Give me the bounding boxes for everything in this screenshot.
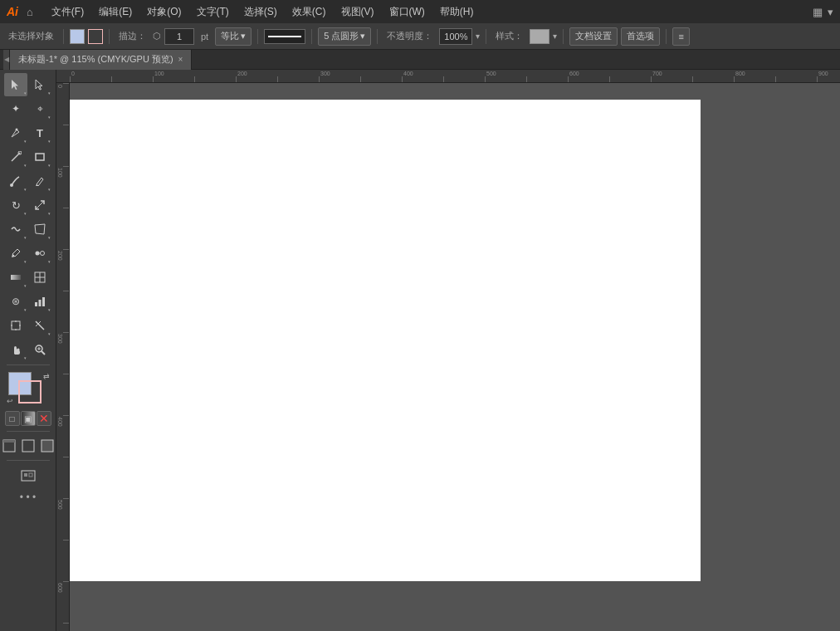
svg-line-7 (36, 201, 44, 209)
tool-row-select: ▾ ▾ (4, 73, 51, 96)
style-arrow[interactable]: ▾ (553, 32, 557, 41)
opacity-arrow[interactable]: ▾ (476, 32, 480, 41)
home-icon[interactable]: ⌂ (27, 6, 33, 18)
warp-tool[interactable]: ▾ (4, 218, 27, 241)
artboard (70, 100, 701, 581)
main-layout: ▾ ▾ ✦ ⌖ ▾ ▾ T (0, 70, 840, 631)
doc-settings-btn[interactable]: 文档设置 (569, 27, 618, 46)
magic-wand-tool[interactable]: ✦ (4, 97, 27, 120)
tool-separator-3 (7, 460, 50, 461)
svg-rect-35 (24, 473, 27, 477)
title-bar: Ai ⌂ 文件(F) 编辑(E) 对象(O) 文字(T) 选择(S) 效果(C)… (0, 0, 840, 23)
zoom-tool[interactable] (28, 338, 51, 361)
tool-row-line: ▾ ▾ (4, 145, 51, 169)
blend-tool[interactable]: ▾ (28, 242, 51, 265)
pen-tool[interactable]: ▾ (4, 121, 27, 144)
tab-collapse-btn[interactable]: ◀ (3, 50, 10, 70)
opacity-input[interactable] (439, 28, 472, 45)
symbol-tool[interactable]: ⊛ ▾ (4, 290, 27, 313)
tool-row-eyedropper: ▾ ▾ (4, 242, 51, 265)
menu-select[interactable]: 选择(S) (237, 3, 284, 21)
style-swatch[interactable] (530, 29, 549, 44)
select-tool[interactable]: ▾ (4, 73, 27, 96)
normal-screen-btn[interactable] (0, 437, 18, 455)
stroke-line-preview (264, 29, 305, 44)
slice-tool[interactable]: ▾ (28, 314, 51, 337)
preferences-btn[interactable]: 首选项 (621, 27, 660, 46)
stroke-dropdown-btn[interactable]: 等比▾ (215, 27, 252, 46)
reset-colors-icon[interactable]: ↩ (7, 397, 13, 405)
svg-rect-12 (11, 275, 21, 280)
tab-close-btn[interactable]: × (178, 55, 183, 64)
screen-mode-btns (0, 437, 56, 455)
tool-row-pen: ▾ T ▾ (4, 121, 51, 144)
menu-effect[interactable]: 效果(C) (286, 3, 333, 21)
gradient-tool[interactable]: ▾ (4, 266, 27, 289)
extra-options-btn[interactable]: ≡ (672, 27, 689, 46)
color-mode-btn[interactable]: □ (5, 411, 20, 426)
svg-rect-33 (42, 440, 53, 452)
point-shape-btn[interactable]: 5 点圆形▾ (318, 27, 371, 46)
stroke-color-box[interactable] (18, 380, 42, 404)
opacity-label: 不透明度： (383, 30, 436, 42)
svg-rect-34 (22, 471, 35, 481)
stroke-color-swatch[interactable] (88, 29, 103, 44)
svg-rect-5 (36, 154, 44, 160)
menu-help[interactable]: 帮助(H) (433, 3, 481, 21)
menu-text[interactable]: 文字(T) (190, 3, 236, 21)
dropdown-icon[interactable]: ▾ (828, 6, 833, 18)
title-bar-right: ▦ ▾ (813, 6, 833, 18)
ruler-top: // Will render via inline approach 01002… (56, 70, 840, 83)
ai-logo: Ai (7, 5, 18, 18)
artboard-panel-icon[interactable] (17, 464, 40, 487)
stroke-unit-label: pt (198, 32, 212, 42)
fill-color-swatch[interactable] (70, 29, 85, 44)
paintbrush-tool[interactable]: ▾ (4, 169, 27, 193)
eyedropper-tool[interactable]: ▾ (4, 242, 27, 265)
type-tool[interactable]: T ▾ (28, 121, 51, 144)
canvas-content[interactable] (70, 83, 840, 631)
stroke-value-input[interactable] (164, 28, 194, 45)
more-tools-icon[interactable]: • • • (20, 492, 36, 503)
svg-marker-8 (35, 224, 45, 234)
toolbar-sep-5 (377, 29, 378, 44)
scale-tool[interactable]: ▾ (28, 193, 51, 217)
svg-rect-32 (22, 440, 34, 452)
svg-marker-0 (12, 80, 18, 90)
direct-select-tool[interactable]: ▾ (28, 73, 51, 96)
graph-tool[interactable]: ▾ (28, 290, 51, 313)
lasso-tool[interactable]: ⌖ ▾ (28, 97, 51, 120)
tool-row-artboard: ▾ (4, 314, 51, 337)
free-distort-tool[interactable]: ▾ (28, 218, 51, 241)
svg-rect-36 (29, 473, 32, 477)
swap-colors-icon[interactable]: ⇄ (43, 372, 50, 380)
hand-tool[interactable]: ▾ (4, 338, 27, 361)
tool-row-gradient: ▾ (4, 266, 51, 289)
menu-file[interactable]: 文件(F) (45, 3, 90, 21)
menu-object[interactable]: 对象(O) (140, 3, 188, 21)
none-mode-btn[interactable]: ✕ (37, 411, 51, 426)
rect-tool[interactable]: ▾ (28, 145, 51, 169)
artboard-tool[interactable] (4, 314, 27, 337)
tool-row-hand: ▾ (4, 338, 51, 361)
toolbar-sep-6 (486, 29, 486, 44)
document-tab[interactable]: 未标题-1* @ 115% (CMYK/GPU 预览) × (10, 50, 192, 70)
tool-row-magic: ✦ ⌖ ▾ (4, 97, 51, 120)
pencil-tool[interactable]: ▾ (28, 169, 51, 193)
line-tool[interactable]: ▾ (4, 145, 27, 169)
menu-window[interactable]: 窗口(W) (383, 3, 432, 21)
menu-edit[interactable]: 编辑(E) (92, 3, 139, 21)
tool-separator-1 (7, 364, 50, 365)
menu-view[interactable]: 视图(V) (335, 3, 381, 21)
svg-line-27 (42, 351, 45, 355)
layout-icon[interactable]: ▦ (813, 6, 823, 18)
canvas-area[interactable]: // Will render via inline approach 01002… (56, 70, 840, 631)
mesh-tool[interactable] (28, 266, 51, 289)
toolbar-sep-3 (257, 29, 258, 44)
full-screen-btn[interactable] (38, 437, 56, 455)
full-screen-menu-btn[interactable] (19, 437, 37, 455)
left-toolbar: ▾ ▾ ✦ ⌖ ▾ ▾ T (0, 70, 56, 631)
gradient-mode-btn[interactable]: ▣ (21, 411, 36, 426)
svg-point-6 (10, 183, 13, 187)
rotate-tool[interactable]: ↻ ▾ (4, 193, 27, 217)
